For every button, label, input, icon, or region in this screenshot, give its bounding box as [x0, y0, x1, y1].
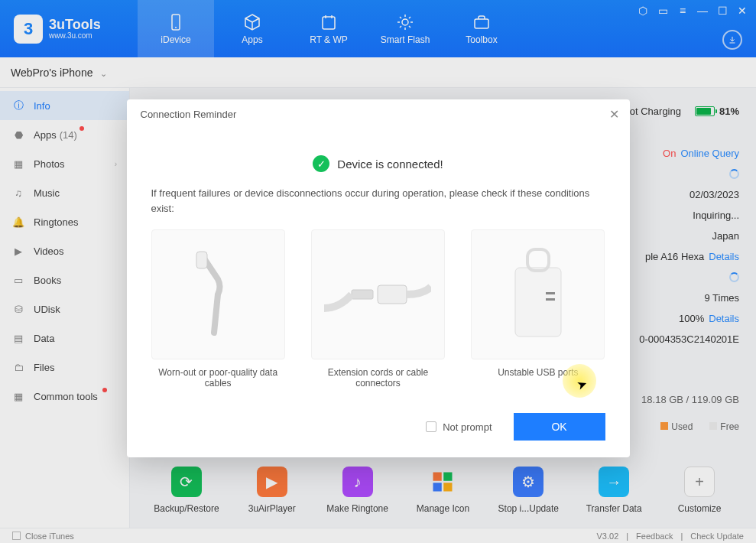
svg-rect-15: [546, 298, 555, 301]
cond-usbport: Unstable USB ports: [471, 229, 605, 389]
close-icon[interactable]: ✕: [609, 107, 619, 122]
cond-cable: Worn-out or poor-quality data cables: [151, 229, 285, 389]
svg-rect-12: [515, 268, 561, 337]
connected-line: ✓ Device is connected!: [151, 155, 605, 172]
not-prompt-checkbox[interactable]: Not prompt: [426, 421, 492, 433]
svg-rect-10: [378, 285, 407, 304]
ok-button[interactable]: OK: [514, 413, 605, 441]
modal-desc: If frequent failures or device disconnec…: [151, 186, 605, 216]
modal-title: Connection Reminder ✕: [127, 99, 630, 129]
svg-rect-11: [352, 290, 373, 299]
svg-rect-9: [196, 252, 207, 268]
cond-extension: Extension cords or cable connectors: [311, 229, 445, 389]
check-icon: ✓: [313, 155, 329, 172]
connection-reminder-modal: Connection Reminder ✕ ✓ Device is connec…: [127, 99, 630, 457]
modal-backdrop: Connection Reminder ✕ ✓ Device is connec…: [0, 0, 756, 543]
svg-rect-14: [546, 292, 555, 294]
